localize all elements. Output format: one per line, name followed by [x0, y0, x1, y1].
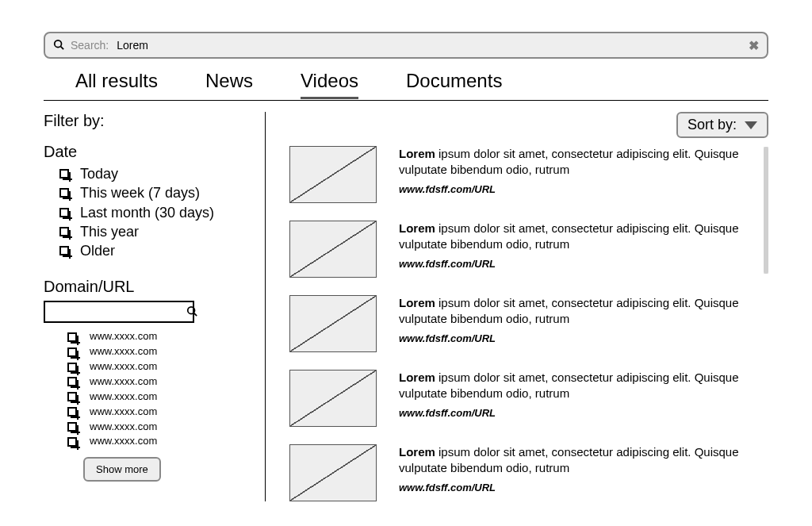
checkbox-icon[interactable]: [67, 437, 77, 447]
domain-option[interactable]: www.xxxx.com: [67, 329, 249, 344]
domain-option-label: www.xxxx.com: [90, 359, 157, 374]
date-option[interactable]: Today: [59, 164, 249, 183]
result-snippet: Lorem ipsum dolor sit amet, consectetur …: [399, 295, 745, 328]
thumbnail-placeholder: [289, 370, 377, 427]
result-snippet: Lorem ipsum dolor sit amet, consectetur …: [399, 146, 745, 179]
domain-search-box: [44, 301, 194, 323]
thumbnail-placeholder: [289, 444, 377, 501]
domain-option[interactable]: www.xxxx.com: [67, 420, 249, 435]
tab-documents[interactable]: Documents: [406, 70, 502, 99]
thumbnail-placeholder: [289, 146, 377, 203]
thumbnail-placeholder: [289, 295, 377, 352]
result-snippet: Lorem ipsum dolor sit amet, consectetur …: [399, 444, 745, 477]
tab-news[interactable]: News: [205, 70, 253, 99]
tab-all-results[interactable]: All results: [75, 70, 158, 99]
date-option-label: Today: [80, 164, 118, 183]
thumbnail-placeholder: [289, 221, 377, 278]
domain-filter-list: www.xxxx.com www.xxxx.com www.xxxx.com w…: [44, 329, 249, 449]
domain-option-label: www.xxxx.com: [90, 344, 157, 359]
result-snippet: Lorem ipsum dolor sit amet, consectetur …: [399, 221, 745, 253]
domain-option[interactable]: www.xxxx.com: [67, 434, 249, 449]
date-filter-list: Today This week (7 days) Last month (30 …: [44, 164, 249, 260]
checkbox-icon[interactable]: [59, 246, 69, 255]
result-url[interactable]: www.fdsff.com/URL: [399, 482, 745, 493]
search-input[interactable]: [115, 38, 742, 52]
search-icon[interactable]: [186, 305, 197, 319]
checkbox-icon[interactable]: [59, 169, 69, 179]
date-option-label: This week (7 days): [80, 183, 200, 202]
result-url[interactable]: www.fdsff.com/URL: [399, 258, 745, 270]
checkbox-icon[interactable]: [67, 332, 77, 342]
domain-heading: Domain/URL: [44, 278, 249, 296]
search-prefix: Search:: [71, 39, 109, 52]
domain-option[interactable]: www.xxxx.com: [67, 405, 249, 420]
domain-option[interactable]: www.xxxx.com: [67, 359, 249, 374]
domain-option-label: www.xxxx.com: [90, 329, 157, 344]
svg-point-0: [55, 40, 62, 47]
scrollbar[interactable]: [764, 147, 768, 274]
result-url[interactable]: www.fdsff.com/URL: [399, 183, 745, 195]
date-option[interactable]: This year: [59, 222, 249, 241]
checkbox-icon[interactable]: [59, 208, 69, 217]
date-heading: Date: [44, 143, 249, 161]
result-snippet: Lorem ipsum dolor sit amet, consectetur …: [399, 370, 745, 402]
result-tabs: All results News Videos Documents: [44, 59, 768, 101]
date-option[interactable]: This week (7 days): [59, 183, 249, 202]
sort-dropdown[interactable]: Sort by:: [676, 112, 768, 138]
checkbox-icon[interactable]: [67, 363, 77, 372]
show-more-button[interactable]: Show more: [83, 457, 161, 482]
clear-search-icon[interactable]: ✖: [749, 38, 759, 53]
checkbox-icon[interactable]: [67, 347, 77, 357]
tab-underline: [44, 100, 768, 101]
result-item[interactable]: Lorem ipsum dolor sit amet, consectetur …: [289, 146, 745, 203]
domain-option-label: www.xxxx.com: [90, 405, 157, 420]
domain-search-input[interactable]: [50, 305, 186, 319]
checkbox-icon[interactable]: [67, 407, 77, 417]
domain-option-label: www.xxxx.com: [90, 434, 157, 449]
checkbox-icon[interactable]: [67, 422, 77, 432]
filter-title: Filter by:: [44, 112, 249, 130]
domain-option[interactable]: www.xxxx.com: [67, 344, 249, 359]
result-item[interactable]: Lorem ipsum dolor sit amet, consectetur …: [289, 444, 745, 501]
svg-line-3: [194, 313, 197, 317]
checkbox-icon[interactable]: [59, 227, 69, 236]
date-option-label: This year: [80, 222, 139, 241]
checkbox-icon[interactable]: [67, 392, 77, 401]
results-panel: Sort by: Lorem ipsum dolor sit amet, con…: [266, 112, 768, 501]
results-list: Lorem ipsum dolor sit amet, consectetur …: [289, 146, 768, 501]
sort-label: Sort by:: [688, 117, 737, 133]
chevron-down-icon: [745, 121, 757, 129]
date-option-label: Older: [80, 241, 115, 260]
tab-videos[interactable]: Videos: [301, 70, 358, 99]
domain-option[interactable]: www.xxxx.com: [67, 374, 249, 390]
result-item[interactable]: Lorem ipsum dolor sit amet, consectetur …: [289, 221, 745, 278]
domain-option-label: www.xxxx.com: [90, 390, 157, 405]
checkbox-icon[interactable]: [67, 377, 77, 386]
result-url[interactable]: www.fdsff.com/URL: [399, 407, 745, 419]
svg-line-1: [61, 46, 64, 49]
date-option-label: Last month (30 days): [80, 203, 214, 222]
result-item[interactable]: Lorem ipsum dolor sit amet, consectetur …: [289, 295, 745, 352]
domain-option-label: www.xxxx.com: [90, 420, 157, 435]
checkbox-icon[interactable]: [59, 188, 69, 198]
result-url[interactable]: www.fdsff.com/URL: [399, 332, 745, 344]
filter-sidebar: Filter by: Date Today This week (7 days)…: [44, 112, 266, 501]
domain-option[interactable]: www.xxxx.com: [67, 390, 249, 405]
search-bar: Search: ✖: [44, 32, 768, 59]
search-icon: [53, 39, 64, 52]
result-item[interactable]: Lorem ipsum dolor sit amet, consectetur …: [289, 370, 745, 427]
domain-option-label: www.xxxx.com: [90, 374, 157, 390]
svg-point-2: [188, 307, 195, 314]
date-option[interactable]: Older: [59, 241, 249, 260]
date-option[interactable]: Last month (30 days): [59, 203, 249, 222]
